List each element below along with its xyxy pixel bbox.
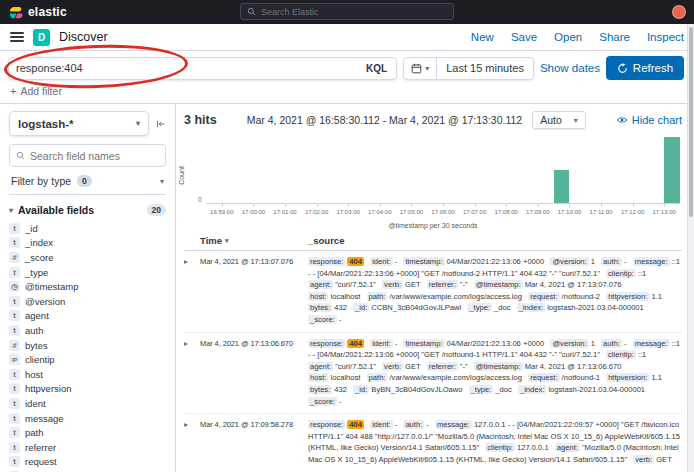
save-button[interactable]: Save [511,31,537,43]
query-language-button[interactable]: KQL [359,63,394,74]
source-value: - [395,420,398,429]
filter-by-type-button[interactable]: Filter by type 0 ▾ [9,167,166,195]
field-item[interactable]: tident [9,396,166,411]
source-value: 1.1 [651,373,662,382]
share-button[interactable]: Share [599,31,630,43]
field-name: host [25,369,43,380]
x-tick-label: 17:10:00 [558,209,581,215]
source-column-header: _source [308,235,344,246]
field-item[interactable]: IPclientip [9,352,166,367]
field-item[interactable]: thost [9,367,166,382]
row-source: response:404 ident:- timestamp:04/Mar/20… [308,338,682,408]
source-field-chip: @timestamp: [474,362,523,371]
field-item[interactable]: treferrer [9,440,166,455]
x-tick-label: 17:11:00 [590,209,613,215]
source-field-chip: agent: [308,280,333,289]
histogram-bar[interactable] [664,137,680,203]
query-input-wrap: KQL [8,57,397,80]
x-tick-mark [317,203,318,207]
source-field-chip: @version: [550,339,588,348]
field-item[interactable]: t_type [9,265,166,280]
source-value: GET [405,362,421,371]
time-column-header[interactable]: Time [200,235,222,246]
source-value: ::1 [638,350,646,359]
source-field-chip: auth: [403,420,424,429]
source-field-chip: message: [633,339,670,348]
interval-value: Auto [540,114,562,126]
field-item[interactable]: t_id [9,221,166,236]
available-fields-header[interactable]: ▾ Available fields 20 [9,195,166,221]
histogram-bar[interactable] [554,170,570,203]
global-search[interactable] [240,3,454,20]
field-item[interactable]: ◷@timestamp [9,279,166,294]
field-name: ident [25,398,46,409]
source-field-chip: verb: [382,280,403,289]
field-item[interactable]: tagent [9,309,166,324]
chevron-down-icon: ▾ [9,206,13,215]
field-item[interactable]: trequest [9,455,166,470]
field-item[interactable]: t@version [9,294,166,309]
new-button[interactable]: New [471,31,494,43]
results-panel: 3 hits Mar 4, 2021 @ 16:58:30.112 - Mar … [176,104,694,472]
menu-icon[interactable] [10,32,24,42]
source-value: 432 [334,385,347,394]
source-field-chip: timestamp: [403,339,444,348]
hits-row: 3 hits Mar 4, 2021 @ 16:58:30.112 - Mar … [184,104,682,134]
highlighted-value: 404 [347,420,364,429]
table-header: Time ▾ _source [184,230,682,251]
user-avatar[interactable] [672,5,686,19]
field-name: @version [25,296,65,307]
elastic-home-link[interactable]: elastic [8,5,67,20]
field-item[interactable]: #bytes [9,338,166,353]
source-field-chip: referrer: [427,280,458,289]
source-value: "-" [460,280,468,289]
source-field-chip: _id: [353,385,369,394]
query-bar: KQL ▾ Last 15 minutes Show dates Refresh [0,51,694,84]
index-pattern-select[interactable]: logstash-* ▾ [9,111,149,136]
app-bar: D Discover New Save Open Share Inspect [0,24,694,51]
scrollbar-thumb[interactable] [689,27,693,217]
source-value: _doc [495,385,511,394]
source-field-chip: _score: [308,397,337,406]
field-search-input[interactable] [30,150,159,162]
calendar-dropdown-button[interactable]: ▾ [404,58,437,79]
field-item[interactable]: #_score [9,250,166,265]
field-type-icon: # [9,252,20,263]
source-field-chip: _index: [518,385,547,394]
source-value: _doc [494,303,510,312]
field-item[interactable]: thttpversion [9,382,166,397]
source-field-chip: verb: [382,362,403,371]
query-input[interactable] [16,62,359,74]
expand-row-icon[interactable]: ▸ [184,256,200,266]
field-name: _index [25,237,53,248]
histogram-chart[interactable]: Count 0 16:59:0017:00:0017:01:0017:02:00… [184,134,682,230]
field-type-icon: t [9,237,20,248]
source-field-chip: bytes: [308,385,332,394]
collapse-sidebar-icon[interactable] [156,119,166,129]
field-item[interactable]: tpath [9,425,166,440]
show-dates-button[interactable]: Show dates [540,62,600,74]
expand-row-icon[interactable]: ▸ [184,338,200,348]
time-range-button[interactable]: Last 15 minutes [437,62,533,74]
field-item[interactable]: tmessage [9,411,166,426]
source-value: 1 [591,339,595,348]
inspect-button[interactable]: Inspect [647,31,684,43]
x-tick-label: 17:02:00 [305,209,328,215]
refresh-button[interactable]: Refresh [606,56,684,80]
open-button[interactable]: Open [554,31,582,43]
expand-row-icon[interactable]: ▸ [184,419,200,429]
source-field-chip: _id: [353,303,369,312]
global-search-input[interactable] [261,7,447,17]
interval-select[interactable]: Auto ▾ [532,111,586,129]
source-value: /var/www/example.com/logs/access.log [389,292,522,301]
field-item[interactable]: tauth [9,323,166,338]
content-area: logstash-* ▾ Filter by type 0 ▾ ▾ [0,103,694,472]
add-filter-button[interactable]: Add filter [20,85,61,97]
sort-desc-icon[interactable]: ▾ [225,237,229,245]
scrollbar[interactable] [687,24,694,472]
doc-rows: ▸Mar 4, 2021 @ 17:13:07.076response:404 … [184,251,682,472]
x-tick-mark [538,203,539,207]
hide-chart-button[interactable]: Hide chart [616,114,682,126]
field-item[interactable]: t_index [9,236,166,251]
source-field-chip: message: [435,420,472,429]
